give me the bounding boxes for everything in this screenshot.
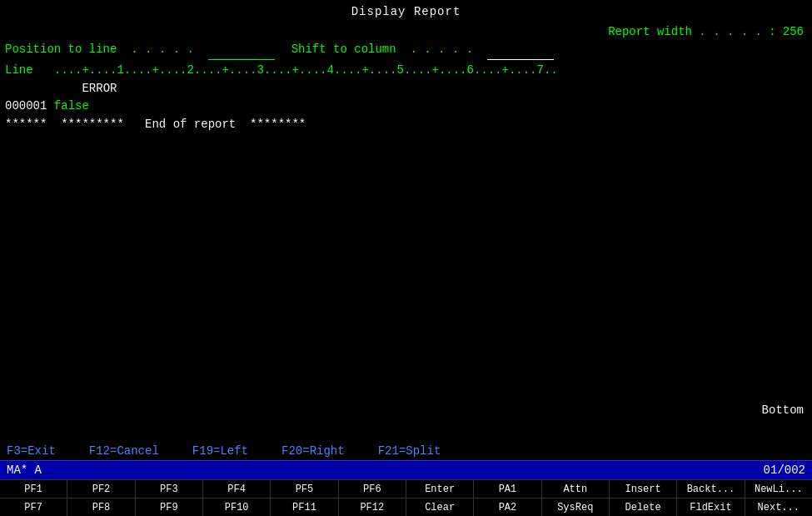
pf-row2-key-9[interactable]: SysReq: [542, 498, 610, 516]
function-keys-bar: F3=Exit F12=Cancel F19=Left F20=Right F2…: [0, 442, 812, 460]
pf-row2-key-1[interactable]: PF7: [0, 498, 67, 516]
line-ruler: Line ....+....1....+....2....+....3....+…: [5, 62, 558, 80]
f12-key[interactable]: F12=Cancel: [89, 444, 159, 458]
f20-key[interactable]: F20=Right: [281, 444, 345, 458]
f21-key[interactable]: F21=Split: [378, 444, 441, 458]
pf-row1-key-4[interactable]: PF4: [203, 480, 271, 498]
input-bar-left: MA* A: [7, 463, 42, 477]
pf-row1-key-10[interactable]: Insert: [610, 480, 677, 498]
pf-row2-key-12[interactable]: Next...: [745, 498, 812, 516]
pf-row2-key-11[interactable]: FldExit: [677, 498, 745, 516]
shift-to-column-label: Shift to column . . . . .: [291, 41, 487, 59]
pf-row-2: PF7PF8PF9PF10PF11PF12ClearPA2SysReqDelet…: [0, 498, 812, 516]
end-of-report: ****** ********* End of report ********: [5, 116, 306, 134]
f19-key[interactable]: F19=Left: [192, 444, 248, 458]
pf-row-1: PF1PF2PF3PF4PF5PF6EnterPA1AttnInsertBack…: [0, 479, 812, 498]
error-indent: [5, 80, 82, 98]
pf-row2-key-10[interactable]: Delete: [610, 498, 677, 516]
position-to-line-input[interactable]: [208, 41, 275, 60]
input-bar-right: 01/002: [764, 463, 805, 477]
pf-row2-key-3[interactable]: PF9: [136, 498, 203, 516]
f3-key[interactable]: F3=Exit: [7, 444, 56, 458]
input-status-bar: MA* A 01/002: [0, 461, 812, 479]
pf-row1-key-11[interactable]: Backt...: [677, 480, 745, 498]
pf-row1-key-6[interactable]: PF6: [339, 480, 406, 498]
pf-row2-key-2[interactable]: PF8: [67, 498, 135, 516]
position-to-line-label: Position to line . . . . .: [5, 41, 208, 59]
line-value-space: [47, 98, 53, 116]
line-value: false: [54, 98, 89, 116]
report-width-value: 256: [783, 23, 804, 42]
pf-row1-key-9[interactable]: Attn: [542, 480, 610, 498]
pf-row1-key-5[interactable]: PF5: [271, 480, 338, 498]
pf-row1-key-7[interactable]: Enter: [406, 480, 474, 498]
pf-row1-key-12[interactable]: NewLi...: [745, 480, 812, 498]
report-width-label: Report width . . . . . :: [608, 23, 776, 42]
main-display-area: Display Report Report width . . . . . : …: [0, 0, 812, 442]
pf-row2-key-5[interactable]: PF11: [271, 498, 338, 516]
pf-row1-key-3[interactable]: PF3: [136, 480, 203, 498]
shift-to-column-input[interactable]: [487, 41, 554, 60]
pf-row2-key-6[interactable]: PF12: [339, 498, 406, 516]
line-number: 000001: [5, 98, 47, 116]
display-report-title: Display Report: [351, 3, 461, 22]
pf-row1-key-2[interactable]: PF2: [67, 480, 135, 498]
pf-row2-key-7[interactable]: Clear: [406, 498, 474, 516]
bottom-label: Bottom: [762, 403, 804, 417]
error-label: ERROR: [82, 80, 117, 98]
pf-row1-key-8[interactable]: PA1: [474, 480, 541, 498]
pf-row2-key-4[interactable]: PF10: [203, 498, 271, 516]
pf-row2-key-8[interactable]: PA2: [474, 498, 541, 516]
pf-row1-key-1[interactable]: PF1: [0, 480, 67, 498]
